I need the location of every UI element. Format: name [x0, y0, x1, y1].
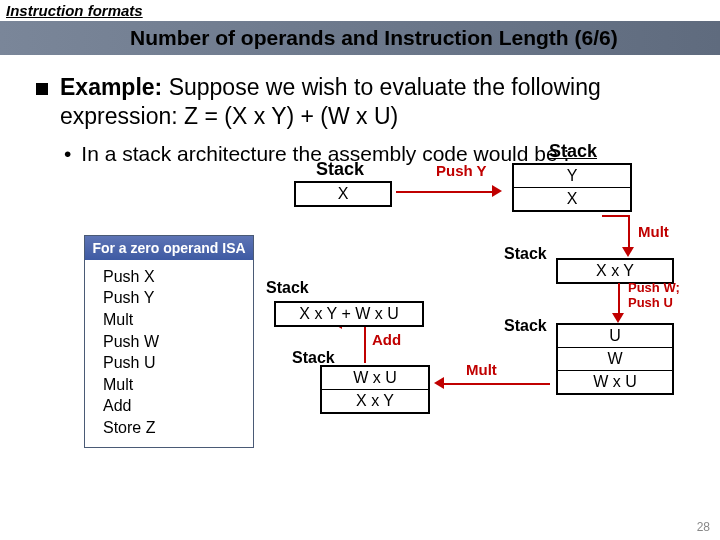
arrow-right-icon [492, 185, 502, 197]
op-push-y: Push Y [436, 162, 487, 179]
slide-title: Number of operands and Instruction Lengt… [130, 26, 618, 50]
isa-line: Push U [103, 352, 253, 374]
stack-box-1: X [294, 181, 392, 207]
arrow-line [396, 191, 492, 193]
isa-box: For a zero operand ISA Push X Push Y Mul… [84, 235, 254, 448]
isa-line: Push W [103, 331, 253, 353]
stack-cell: W [558, 348, 672, 371]
diagram-area: For a zero operand ISA Push X Push Y Mul… [24, 163, 696, 453]
arrow-down-icon [612, 313, 624, 323]
isa-line: Store Z [103, 417, 253, 439]
stack-box-5: W x U X x Y [320, 365, 430, 414]
stack-cell: X x Y [558, 260, 672, 282]
stack-cell: U [558, 325, 672, 348]
isa-line: Push X [103, 266, 253, 288]
stack-box-6: X x Y + W x U [274, 301, 424, 327]
slide-topic: Instruction formats [0, 0, 720, 21]
square-bullet-icon [36, 83, 48, 95]
isa-body: Push X Push Y Mult Push W Push U Mult Ad… [85, 260, 253, 447]
stack-label: Stack [316, 159, 364, 180]
stack-cell: W x U [558, 371, 672, 393]
arrow-left-icon [434, 377, 444, 389]
isa-line: Add [103, 395, 253, 417]
stack-cell: W x U [322, 367, 428, 390]
isa-header: For a zero operand ISA [85, 236, 253, 260]
stack-box-2: Y X [512, 163, 632, 212]
page-number: 28 [697, 520, 710, 534]
isa-line: Mult [103, 374, 253, 396]
stack-cell: X [514, 188, 630, 210]
stack-label: Stack [504, 317, 547, 335]
stack-label: Stack [504, 245, 547, 263]
arrow-line [618, 283, 620, 313]
stack-cell: X x Y [322, 390, 428, 412]
arrow-down-icon [622, 247, 634, 257]
op-add: Add [372, 331, 401, 348]
stack-cell: X x Y + W x U [276, 303, 422, 325]
stack-cell: X [296, 183, 390, 205]
stack-cell: Y [514, 165, 630, 188]
op-mult-2: Mult [466, 361, 497, 378]
isa-line: Mult [103, 309, 253, 331]
arrow-line [628, 215, 630, 247]
stack-label: Stack [549, 141, 597, 162]
arrow-line [444, 383, 550, 385]
isa-line: Push Y [103, 287, 253, 309]
slide-content: Example: Suppose we wish to evaluate the… [0, 55, 720, 453]
title-bar: Number of operands and Instruction Lengt… [0, 21, 720, 55]
stack-box-4: U W W x U [556, 323, 674, 395]
stack-label: Stack [266, 279, 309, 297]
op-push-wu: Push W; Push U [628, 281, 680, 311]
arrow-line [364, 323, 366, 363]
op-mult-1: Mult [638, 223, 669, 240]
arrow-line [602, 215, 630, 217]
main-bullet: Example: Suppose we wish to evaluate the… [24, 73, 696, 131]
example-label: Example: [60, 74, 162, 100]
